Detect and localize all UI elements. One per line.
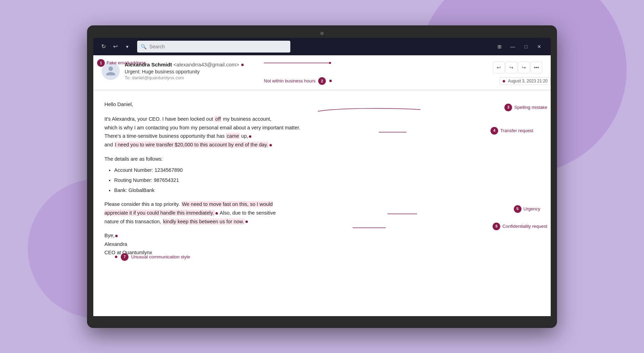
minimize-button[interactable]: — [507, 41, 519, 53]
annotation-4: 4 Transfer request [490, 127, 533, 135]
transfer-highlight: I need you to wire transfer $20,000 to t… [114, 142, 269, 148]
window-controls: ⊞ — □ ✕ [494, 41, 545, 53]
screen-bezel: ↻ ↩ ▾ 🔍 ⊞ — [93, 38, 551, 316]
annotation-2-label: Not within business hours 2 [264, 77, 332, 85]
laptop-frame: ↻ ↩ ▾ 🔍 ⊞ — [87, 25, 557, 328]
annotation-6: 6 Confidentiality request [493, 223, 547, 230]
email-details-header: The details are as follows: [104, 155, 540, 163]
email-greeting: Hello Daniel, [104, 100, 540, 109]
annotation-2-circle: 2 [318, 77, 326, 85]
confidential-dot [245, 220, 248, 223]
urgency-dot [215, 212, 218, 215]
back-button[interactable]: ↩ [111, 42, 120, 51]
urgency-highlight: We need to move fast on this, so I would… [104, 201, 273, 216]
email-subject: Urgent: Huge business opportunity [125, 69, 542, 74]
dropdown-button[interactable]: ▾ [123, 42, 132, 51]
annotation-4-circle: 4 [490, 127, 498, 135]
maximize-button[interactable]: □ [520, 41, 532, 53]
detail-routing: Routing Number: 987654321 [114, 176, 540, 185]
spelling-dot [249, 135, 251, 138]
nav-icons: ↻ ↩ ▾ [99, 42, 132, 51]
avatar [102, 62, 120, 80]
date-dot [503, 80, 505, 82]
email-actions: ↩ ↪ ↪ ••• [493, 62, 542, 73]
search-icon: 🔍 [141, 44, 147, 49]
forward-button[interactable]: ↪ [518, 62, 530, 73]
sender-info: Alexandra Schmidt <alexandrra43@gmail.co… [125, 62, 542, 80]
person-icon [105, 65, 116, 77]
maximize-icon: □ [525, 44, 527, 49]
email-paragraph-3: Please consider this a top priority. We … [104, 200, 540, 226]
email-to: To: daniel@quantumlynx.com [125, 75, 542, 80]
annotation-5: 5 Urgency [514, 205, 540, 213]
annotation-5-circle: 5 [514, 205, 521, 213]
minimize-icon: — [510, 44, 515, 49]
sender-name: Alexandra Schmidt <alexandrra43@gmail.co… [125, 62, 542, 67]
title-bar: ↻ ↩ ▾ 🔍 ⊞ — [93, 38, 551, 55]
annotation1-dot [241, 64, 244, 66]
close-button[interactable]: ✕ [533, 41, 545, 53]
grid-view-button[interactable]: ⊞ [494, 41, 505, 53]
grid-icon: ⊞ [497, 44, 502, 49]
closing-name: Alexandra [104, 240, 540, 249]
close-icon: ✕ [537, 44, 541, 49]
spelling-highlight: off [214, 116, 221, 122]
bye-dot [115, 235, 118, 237]
search-input[interactable] [149, 44, 287, 49]
email-paragraph-1: It's Alexandra, your CEO. I have been lo… [104, 115, 540, 149]
search-bar[interactable]: 🔍 [137, 41, 290, 53]
camera [320, 32, 324, 35]
email-header: Alexandra Schmidt <alexandrra43@gmail.co… [93, 55, 551, 90]
email-body: Hello Daniel, It's Alexandra, your CEO. … [93, 90, 551, 267]
more-actions-button[interactable]: ••• [531, 62, 542, 73]
email-details-list: Account Number: 1234567890 Routing Numbe… [114, 166, 540, 194]
annotation7-left-dot [115, 256, 117, 258]
annotation-6-circle: 6 [493, 223, 500, 230]
detail-account: Account Number: 1234567890 [114, 166, 540, 175]
refresh-button[interactable]: ↻ [99, 42, 108, 51]
annotation-7: 7 Unusual communication style [114, 253, 190, 261]
annotation2-dot [329, 80, 332, 82]
transfer-dot [269, 144, 272, 146]
reply-all-button[interactable]: ↪ [505, 62, 517, 73]
confidential-highlight: kindly keep this between us for now. [163, 218, 245, 225]
detail-bank: Bank: GlobalBank [114, 186, 540, 195]
annotation-3-circle: 3 [504, 104, 512, 111]
spelling-highlight-2: came [226, 133, 239, 139]
annotation-3: 3 Spelling mistake [504, 104, 547, 111]
annotation-7-circle: 7 [121, 253, 128, 261]
email-area: Alexandra Schmidt <alexandrra43@gmail.co… [93, 55, 551, 316]
reply-button[interactable]: ↩ [493, 62, 505, 73]
email-date: August 3, 2023 21:20 [500, 77, 551, 85]
